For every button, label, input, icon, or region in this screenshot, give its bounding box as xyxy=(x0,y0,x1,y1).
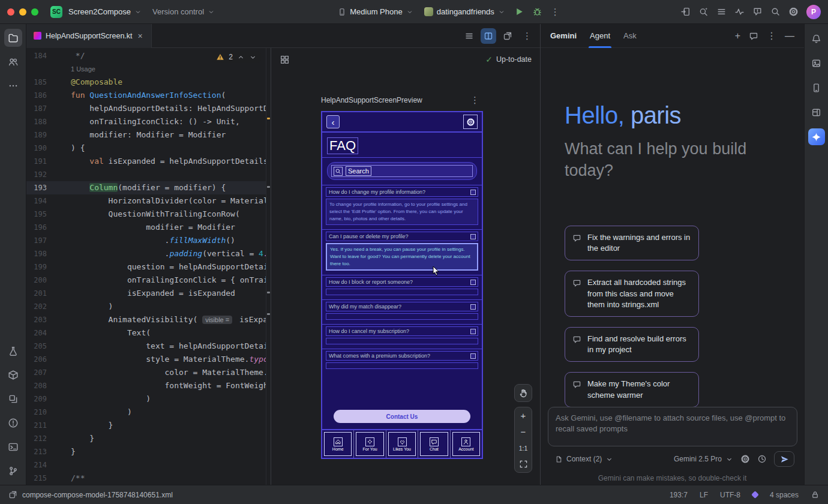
gutter-fold-area[interactable] xyxy=(47,406,71,419)
gemini-settings-icon[interactable] xyxy=(740,454,750,464)
project-tool-button[interactable] xyxy=(4,29,22,47)
split-view-button[interactable] xyxy=(481,28,496,44)
build-button[interactable] xyxy=(4,390,22,408)
code-line[interactable]: 189 modifier: Modifier = Modifier xyxy=(26,128,266,142)
profiler-button[interactable] xyxy=(731,4,748,20)
editor-options-button[interactable]: ⋮ xyxy=(519,31,535,41)
code-view-button[interactable] xyxy=(461,28,477,44)
gutter-fold-area[interactable] xyxy=(47,260,71,274)
line-number[interactable]: 186 xyxy=(26,89,47,102)
settings-button[interactable] xyxy=(785,4,802,20)
zoom-to-fit-button[interactable] xyxy=(515,456,532,472)
search-everywhere-button[interactable] xyxy=(767,4,784,20)
hide-panel-button[interactable]: — xyxy=(785,31,794,41)
line-number[interactable]: 191 xyxy=(26,155,47,168)
encoding-widget[interactable]: UTF-8 xyxy=(720,491,740,499)
line-number[interactable]: 201 xyxy=(26,287,47,300)
pan-button[interactable] xyxy=(514,384,532,402)
line-number[interactable]: 210 xyxy=(26,406,47,419)
gemini-options-button[interactable]: ⋮ xyxy=(767,31,776,41)
code-line[interactable]: 191 val isExpanded = helpAndSupportDetai… xyxy=(26,155,266,168)
tab-ask[interactable]: Ask xyxy=(623,24,637,48)
code-line[interactable]: 204 Text( xyxy=(26,326,266,340)
history-icon[interactable] xyxy=(757,454,767,464)
gemini-input[interactable] xyxy=(548,407,797,446)
gutter-fold-area[interactable] xyxy=(47,168,71,181)
code-area[interactable]: 184 */1 Usage185@Composable186fun Questi… xyxy=(26,49,266,485)
line-number[interactable]: 205 xyxy=(26,340,47,353)
line-number[interactable]: 207 xyxy=(26,366,47,379)
caret-position-widget[interactable]: 193:7 xyxy=(670,491,688,499)
resource-manager-button[interactable] xyxy=(808,104,825,121)
chat-history-icon[interactable] xyxy=(749,31,758,41)
gutter-fold-area[interactable] xyxy=(47,115,71,128)
code-line[interactable]: 206 style = MaterialTheme.typo xyxy=(26,353,266,366)
debug-button[interactable] xyxy=(529,4,546,20)
code-line[interactable]: 207 color = MaterialTheme. xyxy=(26,366,266,379)
gutter-fold-area[interactable] xyxy=(47,49,71,62)
gutter-fold-area[interactable] xyxy=(47,300,71,313)
line-number[interactable]: 213 xyxy=(26,445,47,458)
code-line[interactable]: 190) { xyxy=(26,142,266,155)
gutter-fold-area[interactable] xyxy=(47,472,71,485)
code-line[interactable]: 211 } xyxy=(26,419,266,432)
ai-search-button[interactable] xyxy=(695,4,712,20)
device-mirroring-button[interactable] xyxy=(677,4,694,20)
gutter-fold-area[interactable] xyxy=(47,274,71,287)
line-number[interactable]: 195 xyxy=(26,208,47,221)
problems-button[interactable] xyxy=(4,414,22,432)
line-number[interactable]: 208 xyxy=(26,379,47,392)
line-number[interactable]: 194 xyxy=(26,194,47,208)
more-run-options-button[interactable]: ⋮ xyxy=(547,7,563,17)
project-selector[interactable]: Screen2Compose xyxy=(64,4,146,19)
gutter-fold-area[interactable] xyxy=(47,432,71,445)
code-line[interactable]: 193 Column(modifier = modifier) { xyxy=(26,181,266,194)
code-line[interactable]: 213} xyxy=(26,445,266,458)
preview-layout-icon[interactable] xyxy=(280,55,290,65)
code-line[interactable]: 198 .padding(vertical = 4.dp), xyxy=(26,247,266,260)
line-number[interactable]: 206 xyxy=(26,353,47,366)
send-button[interactable] xyxy=(774,451,794,467)
gutter-fold-area[interactable] xyxy=(47,366,71,379)
version-control-button[interactable] xyxy=(4,462,22,480)
line-number[interactable]: 212 xyxy=(26,432,47,445)
design-view-button[interactable] xyxy=(500,28,515,44)
gutter-fold-area[interactable] xyxy=(47,326,71,340)
indent-widget[interactable]: 4 spaces xyxy=(770,491,799,499)
editor-tab[interactable]: HelpAndSupportScreen.kt × xyxy=(26,24,152,48)
gutter-fold-area[interactable] xyxy=(47,353,71,366)
line-number[interactable]: 204 xyxy=(26,326,47,340)
device-selector[interactable]: Medium Phone xyxy=(333,4,418,19)
minimize-window-button[interactable] xyxy=(19,8,26,16)
line-number[interactable]: 215 xyxy=(26,472,47,485)
tab-agent[interactable]: Agent xyxy=(590,24,610,48)
terminal-button[interactable] xyxy=(4,438,22,456)
code-line[interactable]: 188 onTrailingIconClick: () -> Unit, xyxy=(26,115,266,128)
code-line[interactable]: 186fun QuestionAndAnswerInfoSection( xyxy=(26,89,266,102)
code-line[interactable]: 210 ) xyxy=(26,406,266,419)
gutter-fold-area[interactable] xyxy=(47,155,71,168)
code-line[interactable]: 205 text = helpAndSupportDetai xyxy=(26,340,266,353)
suggestion-card[interactable]: Fix the warnings and errors in the edito… xyxy=(565,226,699,260)
suggestion-card[interactable]: Make my Theme's color scheme warmer xyxy=(565,372,699,407)
gutter-fold-area[interactable] xyxy=(47,313,71,326)
code-line[interactable]: 208 fontWeight = FontWeigh xyxy=(26,379,266,392)
gutter-fold-area[interactable] xyxy=(47,102,71,115)
line-number[interactable]: 187 xyxy=(26,102,47,115)
line-number[interactable]: 198 xyxy=(26,247,47,260)
code-line[interactable]: 195 QuestionWithTrailingIconRow( xyxy=(26,208,266,221)
gutter-fold-area[interactable] xyxy=(47,287,71,300)
code-line[interactable]: 1 Usage xyxy=(26,62,266,76)
gemini-tool-button[interactable] xyxy=(808,128,825,145)
preview-name[interactable]: HelpAndSupportScreenPreview xyxy=(321,96,422,104)
code-line[interactable]: 197 .fillMaxWidth() xyxy=(26,234,266,247)
close-tab-button[interactable]: × xyxy=(137,31,144,41)
inspection-widget[interactable]: 2 xyxy=(212,51,261,63)
line-number[interactable]: 196 xyxy=(26,221,47,234)
maximize-window-button[interactable] xyxy=(31,8,38,16)
gem-icon[interactable] xyxy=(751,491,759,499)
suggestion-card[interactable]: Find and resolve build errors in my proj… xyxy=(565,327,699,362)
context-selector[interactable]: Context (2) xyxy=(555,455,613,463)
run-button[interactable] xyxy=(511,4,528,20)
preview-tool-button[interactable] xyxy=(808,55,825,71)
